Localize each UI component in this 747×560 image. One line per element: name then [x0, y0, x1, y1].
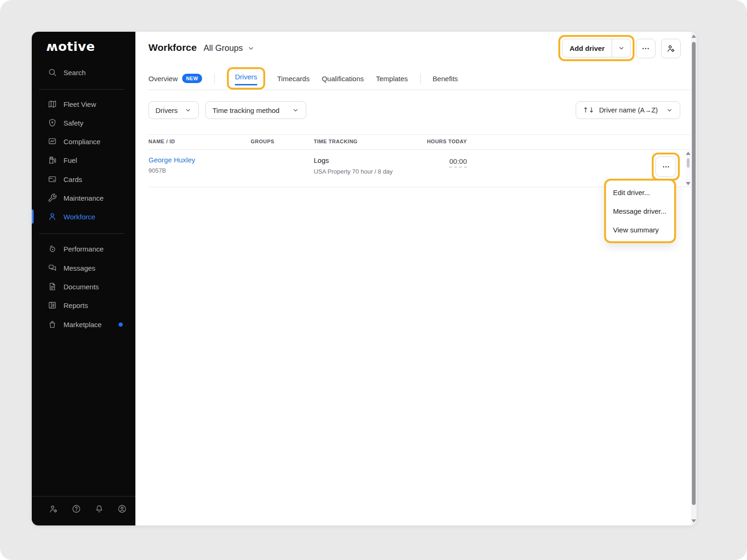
chevron-down-icon — [618, 44, 625, 52]
sidebar-item-maintenance[interactable]: Maintenance — [32, 189, 135, 207]
list-scrollbar[interactable] — [685, 150, 691, 187]
person-gear-icon — [666, 44, 676, 53]
time-tracking-detail: USA Property 70 hour / 8 day — [314, 168, 393, 175]
sidebar-item-label: Compliance — [63, 138, 100, 146]
page-title: Workforce — [148, 42, 197, 53]
sidebar-item-marketplace[interactable]: Marketplace — [32, 315, 135, 334]
row-more-button[interactable] — [655, 156, 676, 177]
driver-name-link[interactable]: George Huxley — [148, 156, 195, 164]
sidebar-item-compliance[interactable]: Compliance — [32, 132, 135, 151]
sidebar-item-label: Fleet View — [63, 100, 96, 108]
help-button[interactable] — [71, 504, 81, 514]
sidebar-item-messages[interactable]: Messages — [32, 259, 135, 277]
ellipsis-icon — [662, 162, 670, 171]
scrollbar-thumb[interactable] — [692, 42, 696, 505]
sort-dropdown[interactable]: ↑↓ Driver name (A→Z) — [576, 101, 680, 119]
table-header-top-border — [148, 134, 691, 135]
tab-qualifications[interactable]: Qualifications — [322, 75, 364, 83]
scroll-down-arrow[interactable] — [691, 519, 696, 523]
column-header-time-tracking: TIME TRACKING — [314, 139, 358, 144]
account-icon — [117, 504, 127, 514]
sidebar-item-label: Search — [63, 69, 86, 77]
menu-item-message-driver[interactable]: Message driver... — [606, 202, 674, 220]
tab-drivers[interactable]: Drivers — [227, 67, 265, 90]
sidebar-item-label: Performance — [63, 245, 104, 253]
menu-item-view-summary[interactable]: View summary — [606, 220, 674, 239]
new-badge: NEW — [182, 74, 203, 83]
active-tab-underline — [235, 84, 257, 85]
tabs-bottom-border — [148, 90, 691, 90]
tab-divider — [420, 73, 421, 84]
sidebar-item-cards[interactable]: Cards — [32, 170, 135, 189]
scroll-up-arrow[interactable] — [686, 152, 691, 155]
ellipsis-icon — [641, 44, 650, 53]
sidebar-item-fleet-view[interactable]: Fleet View — [32, 95, 135, 113]
menu-item-edit-driver[interactable]: Edit driver... — [606, 183, 674, 202]
filter-label: Drivers — [155, 106, 178, 114]
sidebar-item-search[interactable]: Search — [32, 63, 135, 82]
compliance-chart-icon — [48, 137, 57, 146]
user-settings-button[interactable] — [49, 504, 58, 514]
app-window: ʍotive Search Fleet View Safety Complian… — [32, 32, 697, 525]
tab-label: Templates — [376, 75, 408, 83]
main-scrollbar[interactable] — [691, 32, 697, 525]
tab-label: Benefits — [433, 75, 458, 83]
map-icon — [48, 99, 57, 109]
add-driver-split-button: Add driver — [562, 39, 631, 57]
sidebar-item-label: Fuel — [63, 156, 77, 164]
header-more-button[interactable] — [636, 39, 655, 58]
person-gear-icon — [49, 504, 58, 514]
row-more-highlight-ring — [652, 153, 680, 181]
add-driver-label: Add driver — [570, 44, 605, 52]
tab-overview[interactable]: Overview NEW — [148, 74, 202, 83]
tab-divider — [214, 73, 215, 84]
sidebar-item-reports[interactable]: Reports — [32, 296, 135, 315]
scrollbar-thumb[interactable] — [687, 158, 690, 168]
sidebar-item-label: Safety — [63, 119, 84, 127]
sidebar-footer — [32, 504, 135, 514]
hours-today-value[interactable]: 00:00 — [449, 157, 467, 168]
chevron-down-icon — [184, 106, 192, 114]
time-tracking-method-dropdown[interactable]: Time tracking method — [205, 101, 306, 119]
add-driver-highlight-ring: Add driver — [558, 35, 634, 61]
sidebar-divider — [39, 233, 124, 234]
tab-timecards[interactable]: Timecards — [277, 75, 310, 83]
fuel-pump-icon — [48, 155, 57, 165]
driver-id: 9057B — [148, 167, 166, 174]
person-icon — [48, 212, 57, 221]
group-selector[interactable]: All Groups — [204, 43, 255, 53]
document-icon — [48, 282, 57, 291]
notifications-button[interactable] — [94, 504, 104, 514]
table-header-bottom-border — [148, 149, 691, 150]
sidebar-item-fuel[interactable]: Fuel — [32, 151, 135, 169]
help-icon — [71, 504, 81, 514]
scroll-up-arrow[interactable] — [691, 35, 696, 38]
sidebar: ʍotive Search Fleet View Safety Complian… — [32, 32, 135, 525]
tab-templates[interactable]: Templates — [376, 75, 408, 83]
shield-icon — [48, 118, 57, 127]
tab-benefits[interactable]: Benefits — [433, 75, 458, 83]
header-user-settings-button[interactable] — [661, 39, 681, 58]
whistle-icon — [48, 244, 57, 253]
bell-icon — [94, 504, 104, 514]
sidebar-item-label: Marketplace — [63, 321, 102, 329]
chevron-down-icon — [292, 106, 299, 114]
search-icon — [48, 68, 57, 77]
add-driver-button[interactable]: Add driver — [563, 39, 612, 57]
add-driver-dropdown-button[interactable] — [612, 39, 630, 57]
credit-card-icon — [48, 175, 57, 184]
sidebar-item-safety[interactable]: Safety — [32, 113, 135, 132]
tabs: Overview NEW Drivers Timecards Qualifica… — [148, 66, 458, 91]
sidebar-item-performance[interactable]: Performance — [32, 239, 135, 258]
account-button[interactable] — [117, 504, 127, 514]
tab-label: Timecards — [277, 75, 310, 83]
filter-label: Time tracking method — [212, 106, 280, 114]
sidebar-item-label: Workforce — [63, 213, 95, 221]
drivers-filter-dropdown[interactable]: Drivers — [148, 101, 199, 119]
shopping-bag-icon — [48, 320, 57, 329]
sidebar-item-workforce[interactable]: Workforce — [32, 207, 135, 226]
scroll-down-arrow[interactable] — [686, 182, 691, 185]
sidebar-item-documents[interactable]: Documents — [32, 277, 135, 296]
group-selector-label: All Groups — [204, 43, 243, 53]
chevron-down-icon — [666, 106, 673, 114]
